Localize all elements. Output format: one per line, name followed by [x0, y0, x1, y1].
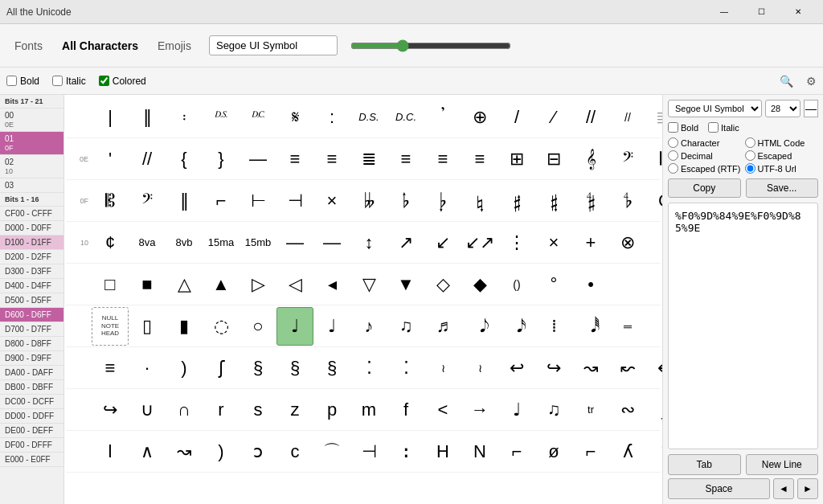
sidebar-item-cf00[interactable]: CF00 - CFFF — [0, 207, 63, 221]
char-cell[interactable]: ∪ — [129, 391, 166, 429]
char-cell[interactable]: ○ — [240, 307, 276, 346]
sidebar-item-d700[interactable]: D700 - D7FF — [0, 322, 63, 337]
char-cell[interactable]: ◁ — [276, 265, 313, 304]
char-cell[interactable]: 15ma — [203, 223, 240, 262]
char-cell[interactable]: ♫ — [535, 391, 572, 429]
char-cell[interactable]: ꓽ — [387, 432, 424, 471]
char-cell[interactable]: ═ — [609, 307, 646, 346]
char-cell[interactable]: C — [646, 182, 662, 220]
char-cell[interactable]: — — [240, 140, 276, 178]
char-cell[interactable]: 𝄭 — [424, 182, 461, 220]
char-cell[interactable]: ʃ — [203, 349, 240, 387]
bold-check-wrap[interactable]: Bold — [6, 76, 39, 87]
italic-checkbox[interactable] — [52, 76, 63, 86]
char-cell[interactable]: ∧ — [129, 432, 166, 471]
char-cell[interactable]: ▮ — [166, 307, 203, 346]
char-cell[interactable]: · — [129, 349, 166, 387]
char-cell[interactable]: ∕ — [535, 98, 572, 137]
char-cell[interactable]: 𝄞 — [572, 140, 609, 178]
char-cell[interactable]: 𝄲 — [572, 182, 609, 220]
size-slider[interactable] — [350, 39, 511, 52]
char-cell[interactable]: ↩ — [646, 349, 662, 387]
char-cell[interactable]: s — [240, 391, 276, 429]
char-cell[interactable]: ⁞ — [535, 307, 572, 346]
char-cell[interactable]: ♩ — [313, 307, 350, 346]
sidebar-item-d100[interactable]: D100 - D1FF — [0, 236, 63, 250]
char-cell[interactable]: 𝄳 — [609, 182, 646, 220]
char-cell[interactable]: ↪ — [92, 391, 129, 429]
sidebar-item-bits1[interactable]: Bits 1 - 16 — [0, 193, 63, 207]
char-cell[interactable]: ‖ — [129, 98, 166, 137]
char-cell[interactable]: ɔ — [240, 432, 276, 471]
char-cell[interactable]: 𝄢 — [129, 182, 166, 220]
char-cell[interactable]: N — [461, 432, 498, 471]
copy-button[interactable]: Copy — [668, 178, 741, 198]
char-cell[interactable]: 𝄒 — [424, 98, 461, 137]
char-cell[interactable]: ≡ — [276, 140, 313, 178]
rp-italic-check[interactable]: Italic — [708, 122, 739, 133]
char-cell[interactable]: ♪ — [350, 307, 387, 346]
char-cell[interactable]: ↗ — [387, 223, 424, 262]
char-cell[interactable]: ↕ — [350, 223, 387, 262]
char-cell[interactable]: ↪ — [535, 349, 572, 387]
close-button[interactable]: ✕ — [780, 0, 817, 24]
sidebar-item-01[interactable]: 010F — [0, 132, 63, 155]
char-cell[interactable]: : — [313, 98, 350, 137]
char-cell[interactable]: // — [129, 140, 166, 178]
char-cell[interactable]: ↩ — [498, 349, 535, 387]
char-cell[interactable]: 𝄬 — [387, 182, 424, 220]
rp-radio-character[interactable]: Character — [668, 137, 742, 148]
char-cell[interactable]: { — [166, 140, 203, 178]
tab-button[interactable]: Tab — [668, 454, 741, 475]
char-cell[interactable]: 𝄈 — [166, 98, 203, 137]
char-cell[interactable]: → — [461, 391, 498, 429]
rp-bold-check[interactable]: Bold — [668, 122, 698, 133]
char-cell[interactable]: p — [313, 391, 350, 429]
char-cell[interactable]: ▼ — [387, 265, 424, 304]
char-cell[interactable]: f — [387, 391, 424, 429]
char-cell[interactable]: ø — [535, 432, 572, 471]
char-cell[interactable]: § — [240, 349, 276, 387]
char-cell[interactable]: ⌐ — [572, 432, 609, 471]
char-cell[interactable]: 8va — [129, 223, 166, 262]
char-cell[interactable]: ° — [646, 432, 662, 471]
char-cell[interactable]: ≡ — [387, 140, 424, 178]
font-select[interactable]: Segoe UI Symbol — [209, 35, 338, 55]
sidebar-item-df00[interactable]: DF00 - DFFF — [0, 438, 63, 453]
rp-minus-button[interactable]: — — [804, 100, 818, 117]
space-button[interactable]: Space — [668, 478, 770, 499]
rp-font-select[interactable]: Segoe UI Symbol — [668, 100, 762, 117]
sidebar-item-d800[interactable]: D800 - D8FF — [0, 337, 63, 351]
sidebar-item-d500[interactable]: D500 - D5FF — [0, 293, 63, 308]
sidebar-item-03[interactable]: 03 — [0, 178, 63, 193]
char-cell[interactable]: ◇ — [424, 265, 461, 304]
char-cell[interactable]: 𝄢 — [609, 140, 646, 178]
char-cell[interactable]: 𝄡 — [646, 140, 662, 178]
char-cell[interactable]: ◂ — [313, 265, 350, 304]
char-cell[interactable]: 𝄯 — [461, 182, 498, 220]
char-cell[interactable]: ≣ — [350, 140, 387, 178]
char-cell[interactable]: 𝄱 — [535, 182, 572, 220]
char-cell[interactable]: ▲ — [203, 265, 240, 304]
sidebar-item-dc00[interactable]: DC00 - DCFF — [0, 395, 63, 409]
rp-italic-checkbox[interactable] — [708, 122, 719, 133]
char-cell[interactable]: ⌒ — [313, 432, 350, 471]
char-cell[interactable]: ⊣ — [276, 182, 313, 220]
char-cell[interactable]: ‖ — [166, 182, 203, 220]
sidebar-item-00[interactable]: 000E — [0, 109, 63, 132]
char-cell[interactable]: ⊞ — [498, 140, 535, 178]
char-cell[interactable]: × — [535, 223, 572, 262]
arrow-right-button[interactable]: ► — [797, 478, 818, 499]
bold-checkbox[interactable] — [6, 76, 17, 86]
char-cell[interactable]: ⁚ — [350, 349, 387, 387]
char-cell[interactable]: // — [609, 98, 646, 137]
colored-checkbox[interactable] — [99, 76, 109, 86]
sidebar-item-d900[interactable]: D900 - D9FF — [0, 351, 63, 366]
char-cell-null[interactable]: NULLNOTEHEAD — [92, 307, 129, 346]
char-cell[interactable]: ≀ — [461, 349, 498, 387]
minimize-button[interactable]: ― — [706, 0, 743, 24]
char-cell[interactable]: 𝅘𝅥𝅱 — [572, 307, 609, 346]
char-cell[interactable]: ∾ — [609, 391, 646, 429]
char-cell[interactable]: ⌐ — [203, 182, 240, 220]
char-cell[interactable]: ⊗ — [609, 223, 646, 262]
